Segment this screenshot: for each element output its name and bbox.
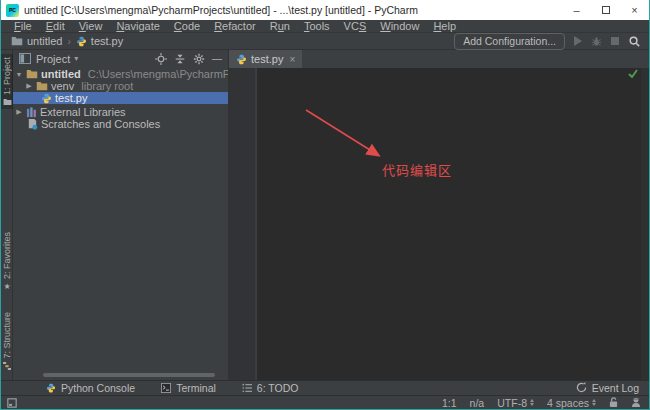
hide-panel-icon[interactable]: — <box>212 54 222 64</box>
todo-label: 6: TODO <box>257 382 299 394</box>
menu-help[interactable]: Help <box>426 20 463 32</box>
write-lock-icon[interactable] <box>609 397 618 408</box>
search-icon[interactable] <box>628 35 641 48</box>
expand-arrow-icon[interactable]: ▶ <box>15 108 23 116</box>
status-bar: 1:1 n/a UTF-8 4 spaces <box>1 395 649 409</box>
breadcrumb-file[interactable]: test.py <box>91 35 123 47</box>
python-file-icon <box>76 36 87 47</box>
project-folder-icon <box>3 98 12 106</box>
title-bar: PC untitled [C:\Users\mengma\PycharmProj… <box>1 0 649 20</box>
stripe-project-button[interactable]: 1: Project <box>1 54 13 109</box>
folder-icon <box>26 69 38 79</box>
menu-run[interactable]: Run <box>263 20 297 32</box>
event-log-icon <box>576 382 587 393</box>
menu-navigate[interactable]: Navigate <box>109 20 166 32</box>
tree-item-label: venv <box>51 80 74 92</box>
stop-icon[interactable] <box>611 37 619 45</box>
close-button[interactable]: × <box>620 0 649 20</box>
event-log-button[interactable]: Event Log <box>576 380 639 395</box>
inspection-ok-check-icon <box>628 69 638 78</box>
stripe-project-label: 1: Project <box>2 57 12 95</box>
file-encoding[interactable]: UTF-8 <box>497 397 534 409</box>
debug-bug-icon[interactable] <box>591 36 602 47</box>
python-console-button[interactable]: Python Console <box>46 382 135 394</box>
tree-item-detail: library root <box>81 80 133 92</box>
tree-item-path: C:\Users\mengma\PycharmProjects\untitle <box>88 68 228 80</box>
menu-code[interactable]: Code <box>167 20 207 32</box>
python-file-icon <box>236 54 247 65</box>
minimize-button[interactable]: – <box>562 0 591 20</box>
editor-gutter <box>229 68 256 380</box>
terminal-icon <box>161 383 171 393</box>
toggle-toolwindows-icon[interactable] <box>7 398 17 408</box>
folder-icon <box>36 81 48 91</box>
star-icon: ★ <box>3 282 10 291</box>
tree-item-label: test.py <box>55 92 87 104</box>
libraries-icon <box>26 107 37 118</box>
menu-bar: File Edit View Navigate Code Refactor Ru… <box>1 20 649 33</box>
expand-arrow-icon[interactable]: ▶ <box>25 82 33 90</box>
tab-testpy[interactable]: test.py × <box>229 50 302 68</box>
menu-vcs[interactable]: VCS <box>337 20 374 32</box>
folder-icon <box>11 36 23 46</box>
tab-label: test.py <box>251 53 283 65</box>
caret-position[interactable]: 1:1 <box>442 397 457 409</box>
tree-row-untitled[interactable]: ▼ untitled C:\Users\mengma\PycharmProjec… <box>13 68 228 80</box>
project-panel-header: Project ▾ — <box>13 50 228 67</box>
expand-arrow-icon[interactable]: ▼ <box>15 71 23 78</box>
menu-window[interactable]: Window <box>373 20 426 32</box>
tree-row-external-libraries[interactable]: ▶ External Libraries <box>13 106 228 118</box>
python-console-icon <box>46 383 56 393</box>
chevron-down-icon: ▾ <box>74 54 78 63</box>
python-console-label: Python Console <box>61 382 135 394</box>
structure-icon <box>3 362 11 370</box>
menu-tools[interactable]: Tools <box>297 20 337 32</box>
tool-window-bar: Python Console Terminal 6: TODO <box>1 380 649 395</box>
scratches-icon <box>27 119 38 130</box>
indent-setting[interactable]: 4 spaces <box>547 397 596 409</box>
left-tool-stripe: 1: Project 2: Favorites ★ 7: Structure <box>1 50 13 380</box>
menu-edit[interactable]: Edit <box>39 20 72 32</box>
tree-item-label: External Libraries <box>40 106 126 118</box>
project-panel: Project ▾ — ▼ untitled C:\Users\me <box>13 50 229 380</box>
python-file-icon <box>41 93 52 104</box>
hector-inspections-icon[interactable] <box>631 397 641 408</box>
close-tab-icon[interactable]: × <box>289 54 295 65</box>
project-panel-title[interactable]: Project <box>36 53 70 65</box>
maximize-icon <box>602 6 610 14</box>
stripe-structure-button[interactable]: 7: Structure <box>1 312 13 370</box>
horizontal-scrollbar[interactable] <box>43 373 215 377</box>
todo-button[interactable]: 6: TODO <box>242 382 299 394</box>
updown-chevron-icon <box>530 399 534 406</box>
editor-tab-strip: test.py × <box>229 50 649 68</box>
code-editor-area[interactable] <box>257 68 649 380</box>
annotation-label: 代码编辑区 <box>382 160 452 179</box>
breadcrumb-project[interactable]: untitled <box>27 35 62 47</box>
window-title: untitled [C:\Users\mengma\PycharmProject… <box>24 4 418 16</box>
navigation-bar: untitled › test.py Add Configuration... <box>1 33 649 50</box>
pycharm-logo-icon: PC <box>6 4 19 17</box>
terminal-button[interactable]: Terminal <box>161 382 216 394</box>
add-configuration-button[interactable]: Add Configuration... <box>454 33 565 50</box>
project-tree: ▼ untitled C:\Users\mengma\PycharmProjec… <box>13 68 228 130</box>
gear-icon[interactable] <box>193 53 205 65</box>
menu-refactor[interactable]: Refactor <box>207 20 263 32</box>
tool-window-icon <box>19 53 31 64</box>
stripe-favorites-button[interactable]: 2: Favorites ★ <box>1 232 13 291</box>
collapse-all-icon[interactable] <box>174 53 186 65</box>
tree-row-venv[interactable]: ▶ venv library root <box>13 80 228 92</box>
stripe-favorites-label: 2: Favorites <box>2 232 12 279</box>
locate-target-icon[interactable] <box>155 53 167 65</box>
tree-row-testpy[interactable]: test.py <box>13 92 228 104</box>
line-separator[interactable]: n/a <box>470 397 485 409</box>
todo-list-icon <box>242 383 252 393</box>
maximize-button[interactable] <box>591 0 620 20</box>
menu-view[interactable]: View <box>72 20 110 32</box>
pycharm-window: PC untitled [C:\Users\mengma\PycharmProj… <box>0 0 650 410</box>
run-icon[interactable] <box>574 36 582 46</box>
tree-item-label: Scratches and Consoles <box>41 118 160 130</box>
chevron-right-icon: › <box>67 36 70 47</box>
tree-item-label: untitled <box>41 68 81 80</box>
menu-file[interactable]: File <box>7 20 39 32</box>
tree-row-scratches[interactable]: Scratches and Consoles <box>13 118 228 130</box>
